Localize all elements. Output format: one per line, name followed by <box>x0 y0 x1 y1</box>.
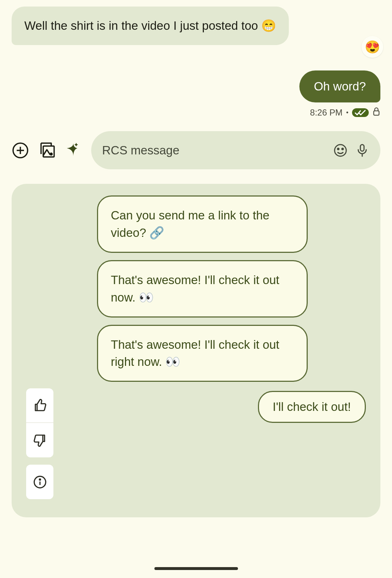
suggestion-item[interactable]: Can you send me a link to the video? 🔗 <box>97 195 308 253</box>
svg-point-5 <box>338 148 339 150</box>
suggestion-list: Can you send me a link to the video? 🔗 T… <box>97 195 366 382</box>
lock-icon <box>372 107 380 118</box>
smart-reply-panel: Can you send me a link to the video? 🔗 T… <box>12 184 380 517</box>
mic-icon[interactable] <box>355 143 369 158</box>
add-button[interactable] <box>12 142 29 159</box>
suggestion-item[interactable]: That's awesome! I'll check it out now. 👀 <box>97 260 308 318</box>
svg-point-4 <box>335 145 346 156</box>
incoming-message[interactable]: Well the shirt is in the video I just po… <box>12 7 380 45</box>
svg-point-10 <box>39 479 40 480</box>
message-input[interactable]: RCS message <box>91 131 380 169</box>
message-status: 8:26 PM • <box>12 107 380 118</box>
magic-compose-button[interactable] <box>65 142 82 159</box>
outgoing-text: Oh word? <box>314 80 366 93</box>
input-placeholder: RCS message <box>102 144 326 157</box>
read-receipt-icon <box>352 108 369 117</box>
gallery-button[interactable] <box>38 142 56 159</box>
svg-point-6 <box>342 148 343 150</box>
feedback-controls <box>26 388 53 499</box>
svg-rect-7 <box>360 145 364 151</box>
separator-dot: • <box>346 109 348 117</box>
timestamp: 8:26 PM <box>310 108 342 118</box>
incoming-bubble: Well the shirt is in the video I just po… <box>12 7 289 45</box>
svg-rect-0 <box>374 111 379 115</box>
nav-bar-indicator[interactable] <box>154 567 238 570</box>
emoji-picker-icon[interactable] <box>333 143 348 158</box>
svg-point-3 <box>50 153 52 155</box>
thumbs-up-button[interactable] <box>26 388 53 423</box>
thumbs-down-button[interactable] <box>26 423 53 457</box>
suggestion-short[interactable]: I'll check it out! <box>258 391 366 423</box>
info-button[interactable] <box>26 465 53 499</box>
compose-bar: RCS message <box>12 131 380 169</box>
outgoing-bubble: Oh word? <box>299 70 380 102</box>
reaction-emoji: 😍 <box>365 40 380 54</box>
outgoing-message[interactable]: Oh word? <box>12 70 380 102</box>
suggestion-item[interactable]: That's awesome! I'll check it out right … <box>97 325 308 382</box>
incoming-text: Well the shirt is in the video I just po… <box>24 19 276 32</box>
reaction-badge[interactable]: 😍 <box>361 36 383 58</box>
